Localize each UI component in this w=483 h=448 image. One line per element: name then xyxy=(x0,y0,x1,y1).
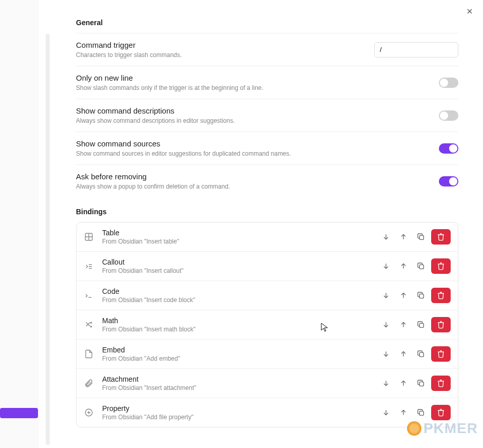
svg-rect-24 xyxy=(419,323,423,327)
move-up-button[interactable] xyxy=(396,405,411,420)
svg-rect-13 xyxy=(419,265,423,269)
callout-icon xyxy=(84,262,94,271)
command-trigger-input[interactable] xyxy=(374,42,458,58)
math-icon xyxy=(84,320,94,329)
delete-button[interactable] xyxy=(431,317,451,332)
binding-source: From Obsidian "Insert attachment" xyxy=(102,384,371,391)
binding-source: From Obsidian "Add file property" xyxy=(102,414,371,421)
duplicate-button[interactable] xyxy=(414,376,428,390)
toggle-show-sources[interactable] xyxy=(439,143,458,154)
binding-name: Table xyxy=(102,229,371,237)
binding-row: Code From Obsidian "Insert code block" xyxy=(76,281,458,310)
svg-point-21 xyxy=(90,326,91,327)
delete-button[interactable] xyxy=(431,376,451,391)
duplicate-button[interactable] xyxy=(414,288,428,303)
toggle-show-descriptions[interactable] xyxy=(439,110,458,121)
setting-ask-before-removing: Ask before removing Always show a popup … xyxy=(76,164,458,197)
toggle-ask-before-removing[interactable] xyxy=(439,176,458,186)
delete-button[interactable] xyxy=(431,258,451,274)
binding-name: Embed xyxy=(102,346,371,354)
file-icon xyxy=(84,349,94,359)
binding-source: From Obsidian "Insert callout" xyxy=(102,267,371,274)
setting-command-trigger: Command trigger Characters to trigger sl… xyxy=(76,33,458,66)
clip-icon xyxy=(84,379,94,388)
move-down-button[interactable] xyxy=(379,347,393,361)
setting-label: Command trigger xyxy=(76,41,374,49)
svg-rect-36 xyxy=(419,411,423,415)
move-up-button[interactable] xyxy=(396,318,411,332)
move-down-button[interactable] xyxy=(379,405,393,420)
sidebar-accent-bar xyxy=(0,408,38,418)
binding-row: Callout From Obsidian "Insert callout" xyxy=(76,251,458,281)
duplicate-button[interactable] xyxy=(414,405,428,420)
setting-only-new-line: Only on new line Show slash commands onl… xyxy=(76,66,458,99)
setting-label: Show command sources xyxy=(76,139,439,148)
toggle-only-new-line[interactable] xyxy=(439,78,458,88)
move-up-button[interactable] xyxy=(396,230,411,244)
svg-rect-30 xyxy=(419,382,423,386)
scrollbar-track[interactable] xyxy=(46,34,50,445)
section-bindings-title: Bindings xyxy=(76,208,458,216)
binding-row: Embed From Obsidian "Add embed" xyxy=(76,339,458,368)
settings-panel: General Command trigger Characters to tr… xyxy=(51,0,483,448)
binding-source: From Obsidian "Insert table" xyxy=(102,238,371,245)
code-icon xyxy=(84,291,94,300)
move-up-button[interactable] xyxy=(396,376,411,390)
plus-icon xyxy=(84,408,94,417)
setting-label: Ask before removing xyxy=(76,172,439,181)
setting-desc: Characters to trigger slash commands. xyxy=(76,51,374,59)
binding-name: Code xyxy=(102,287,371,295)
setting-show-sources: Show command sources Show command source… xyxy=(76,132,458,164)
binding-source: From Obsidian "Insert math block" xyxy=(102,326,371,333)
setting-label: Show command descriptions xyxy=(76,106,439,115)
binding-row: Attachment From Obsidian "Insert attachm… xyxy=(76,368,458,398)
move-down-button[interactable] xyxy=(379,259,393,273)
left-gutter xyxy=(0,0,39,448)
binding-row: Property From Obsidian "Add file propert… xyxy=(76,398,458,427)
setting-label: Only on new line xyxy=(76,73,439,82)
move-down-button[interactable] xyxy=(379,288,393,303)
binding-name: Math xyxy=(102,316,371,325)
setting-desc: Show command sources in editor suggestio… xyxy=(76,150,439,157)
binding-source: From Obsidian "Add embed" xyxy=(102,355,371,362)
binding-row: Table From Obsidian "Insert table" xyxy=(76,222,458,251)
setting-desc: Always show a popup to confirm deletion … xyxy=(76,183,439,190)
svg-rect-27 xyxy=(419,352,423,357)
binding-name: Attachment xyxy=(102,375,371,383)
binding-source: From Obsidian "Insert code block" xyxy=(102,296,371,304)
setting-show-descriptions: Show command descriptions Always show co… xyxy=(76,99,458,132)
duplicate-button[interactable] xyxy=(414,259,428,273)
delete-button[interactable] xyxy=(431,288,451,303)
move-down-button[interactable] xyxy=(379,318,393,332)
move-up-button[interactable] xyxy=(396,259,411,273)
delete-button[interactable] xyxy=(431,229,451,245)
setting-desc: Always show command descriptions in edit… xyxy=(76,117,439,124)
svg-rect-17 xyxy=(419,294,423,298)
section-general-title: General xyxy=(76,18,458,27)
watermark: PKMER xyxy=(407,420,478,437)
svg-rect-7 xyxy=(419,235,423,239)
binding-name: Property xyxy=(102,404,371,413)
duplicate-button[interactable] xyxy=(414,318,428,332)
bindings-list: Table From Obsidian "Insert table" Callo… xyxy=(76,222,458,427)
delete-button[interactable] xyxy=(431,346,451,362)
duplicate-button[interactable] xyxy=(414,347,428,361)
move-down-button[interactable] xyxy=(379,376,393,390)
table-icon xyxy=(84,232,94,241)
move-up-button[interactable] xyxy=(396,347,411,361)
move-down-button[interactable] xyxy=(379,230,393,244)
svg-point-20 xyxy=(90,322,91,323)
binding-name: Callout xyxy=(102,258,371,266)
setting-desc: Show slash commands only if the trigger … xyxy=(76,84,439,91)
move-up-button[interactable] xyxy=(396,288,411,303)
delete-button[interactable] xyxy=(431,405,451,420)
binding-row: Math From Obsidian "Insert math block" xyxy=(76,310,458,339)
duplicate-button[interactable] xyxy=(414,230,428,244)
